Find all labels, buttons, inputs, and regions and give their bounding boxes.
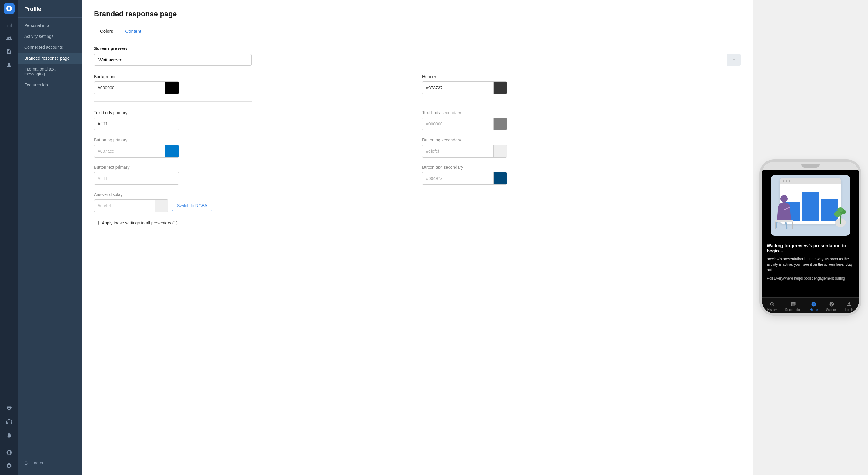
logout-label: Log out <box>32 461 46 465</box>
history-icon <box>769 301 775 308</box>
button-bg-primary-label: Button bg primary <box>94 137 412 142</box>
tab-colors[interactable]: Colors <box>94 26 119 37</box>
background-field: Background <box>94 74 412 94</box>
button-text-secondary-input[interactable] <box>423 173 493 184</box>
nav-login-label: Log in <box>845 308 854 311</box>
screen-preview-label: Screen preview <box>94 46 741 51</box>
rail-people-icon[interactable] <box>3 32 15 44</box>
tab-content[interactable]: Content <box>119 26 147 37</box>
button-text-secondary-field: Button text secondary <box>422 165 741 185</box>
color-row-1: Background Header <box>94 74 741 94</box>
person-figure <box>773 193 795 227</box>
svg-point-0 <box>780 195 788 202</box>
browser-dot-1 <box>782 180 784 182</box>
answer-display-input[interactable] <box>94 200 155 211</box>
rail-headset-icon[interactable] <box>3 416 15 428</box>
text-body-secondary-input[interactable] <box>423 119 493 129</box>
screen-preview-select[interactable]: Wait screen <box>94 54 252 66</box>
registration-icon <box>790 301 797 308</box>
browser-bar <box>780 178 841 184</box>
background-input-wrapper <box>94 82 179 94</box>
text-body-secondary-label: Text body secondary <box>422 110 741 115</box>
sidebar-item-connected-accounts[interactable]: Connected accounts <box>18 42 82 53</box>
divider-1 <box>94 101 252 102</box>
button-text-primary-label: Button text primary <box>94 165 412 170</box>
apply-all-presenters-row: Apply these settings to all presenters (… <box>94 221 741 225</box>
rail-bell-icon[interactable] <box>3 429 15 441</box>
button-bg-secondary-input[interactable] <box>423 146 493 156</box>
color-row-2: Text body primary Text body secondary <box>94 110 741 130</box>
button-bg-secondary-label: Button bg secondary <box>422 137 741 142</box>
sidebar-item-international-text-messaging[interactable]: International text messaging <box>18 64 82 80</box>
chart-bar-b <box>802 192 819 221</box>
button-text-primary-field: Button text primary <box>94 165 412 185</box>
button-bg-primary-field: Button bg primary <box>94 137 412 158</box>
phone-nav-home[interactable]: Home <box>808 300 820 312</box>
phone-text-section: Waiting for preview's presentation to be… <box>762 238 859 286</box>
header-label: Header <box>422 74 741 79</box>
phone-nav-support[interactable]: Support <box>824 300 839 312</box>
text-body-primary-input[interactable] <box>94 119 165 129</box>
phone-nav-registration[interactable]: Registration <box>783 300 803 312</box>
rail-settings-icon[interactable] <box>3 460 15 472</box>
svg-line-5 <box>792 222 793 229</box>
background-input[interactable] <box>94 83 165 93</box>
sidebar-item-personal-info[interactable]: Personal info <box>18 20 82 31</box>
button-bg-secondary-wrapper <box>422 145 507 158</box>
nav-history-label: History <box>767 308 777 311</box>
phone-mockup: A B C <box>762 162 859 313</box>
text-body-primary-wrapper <box>94 118 179 130</box>
button-bg-primary-swatch[interactable] <box>165 145 179 157</box>
background-label: Background <box>94 74 412 79</box>
button-bg-primary-wrapper <box>94 145 179 158</box>
svg-rect-3 <box>775 220 793 222</box>
sidebar-item-features-lab[interactable]: Features lab <box>18 80 82 90</box>
rail-account-icon[interactable] <box>3 446 15 458</box>
button-text-primary-wrapper <box>94 172 179 185</box>
rail-diamond-icon[interactable] <box>3 403 15 415</box>
main-area: Branded response page Colors Content Scr… <box>82 0 868 475</box>
header-input[interactable] <box>423 83 493 93</box>
svg-rect-7 <box>839 215 841 224</box>
text-body-primary-label: Text body primary <box>94 110 412 115</box>
phone-nav-history[interactable]: History <box>766 300 779 312</box>
rail-person-icon[interactable] <box>3 59 15 71</box>
browser-dot-2 <box>785 180 787 182</box>
screen-preview-selected: Wait screen <box>98 57 122 62</box>
header-swatch[interactable] <box>493 82 507 94</box>
button-bg-primary-input[interactable] <box>94 146 165 156</box>
button-text-secondary-swatch[interactable] <box>493 172 507 185</box>
background-swatch[interactable] <box>165 82 179 94</box>
apply-all-presenters-checkbox[interactable] <box>94 221 99 225</box>
header-field: Header <box>422 74 741 94</box>
phone-heading: Waiting for preview's presentation to be… <box>767 243 854 253</box>
button-text-secondary-wrapper <box>422 172 507 185</box>
text-body-primary-swatch[interactable] <box>165 118 179 130</box>
text-body-secondary-swatch[interactable] <box>493 118 507 130</box>
button-bg-secondary-swatch[interactable] <box>493 145 507 157</box>
rail-document-icon[interactable] <box>3 45 15 58</box>
color-row-3: Button bg primary Button bg secondary <box>94 137 741 158</box>
preview-panel: A B C <box>753 0 868 475</box>
button-text-primary-input[interactable] <box>94 173 165 184</box>
nav-support-label: Support <box>826 308 837 311</box>
answer-display-row: Switch to RGBA <box>94 199 741 212</box>
button-text-primary-swatch[interactable] <box>165 172 179 185</box>
header-input-wrapper <box>422 82 507 94</box>
switch-to-rgba-button[interactable]: Switch to RGBA <box>172 200 213 211</box>
rail-analytics-icon[interactable] <box>3 19 15 31</box>
phone-body-2: Poll Everywhere helps boost engagement d… <box>767 276 854 281</box>
answer-display-swatch[interactable] <box>155 200 168 212</box>
chevron-down-icon <box>727 54 741 66</box>
app-logo[interactable] <box>4 3 14 14</box>
support-icon <box>828 301 835 308</box>
phone-top <box>762 162 859 170</box>
browser-dot-3 <box>788 180 790 182</box>
home-icon <box>810 301 817 308</box>
logout-button[interactable]: Log out <box>18 456 82 469</box>
sidebar-item-branded-response-page[interactable]: Branded response page <box>18 53 82 64</box>
phone-illustration: A B C <box>762 170 859 238</box>
sidebar-item-activity-settings[interactable]: Activity settings <box>18 31 82 42</box>
phone-nav-login[interactable]: Log in <box>843 300 855 312</box>
sidebar: Profile Personal info Activity settings … <box>18 0 82 475</box>
